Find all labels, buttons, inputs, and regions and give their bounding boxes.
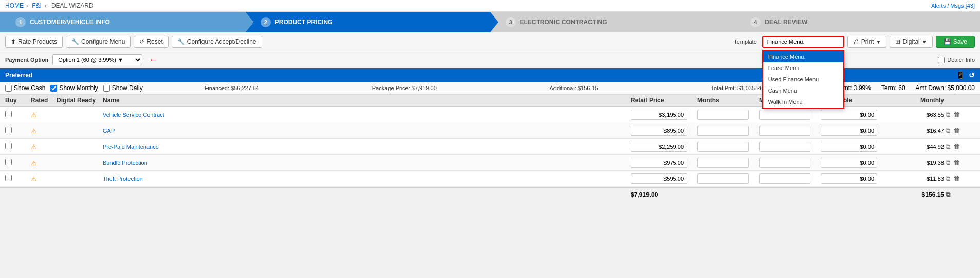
grid-icon: ⊞ [895, 38, 900, 45]
delete-icon-1[interactable]: 🗑 [953, 127, 960, 134]
dealer-info-checkbox[interactable] [938, 57, 945, 63]
refresh-icon: ↺ [139, 38, 144, 45]
show-daily-label[interactable]: Show Daily [103, 84, 143, 92]
additional-value: Additional: $156.15 [549, 85, 598, 91]
delete-icon-4[interactable]: 🗑 [953, 175, 960, 182]
mobile-icon[interactable]: 📱 [956, 71, 965, 79]
dropdown-item-finance-menu[interactable]: Finance Menu. [763, 51, 843, 62]
step-num-4: 4 [750, 17, 761, 27]
breadcrumb: HOME › F&I › DEAL WIZARD [5, 2, 95, 9]
breadcrumb-fi[interactable]: F&I [32, 2, 42, 9]
dropdown-item-walk-in-menu[interactable]: Walk In Menu [763, 96, 843, 108]
warn-icon: ⚠ [31, 159, 37, 167]
deductible-input-4[interactable] [821, 173, 877, 184]
totals-copy-icon[interactable]: ⧉ [946, 190, 950, 198]
months-input-2[interactable] [697, 142, 749, 152]
dropdown-item-lease-menu[interactable]: Lease Menu [763, 62, 843, 74]
template-label: Template [734, 39, 757, 45]
upload-icon: ⬆ [11, 38, 16, 45]
col-header-months: Months [697, 97, 759, 104]
digital-button[interactable]: ⊞ Digital ▼ [890, 36, 932, 48]
breadcrumb-home[interactable]: HOME [5, 2, 24, 9]
wizard-step-2[interactable]: 2 PRODUCT PRICING [245, 12, 490, 32]
alerts-link[interactable]: Alerts / Msgs [43] [931, 3, 975, 9]
delete-icon-2[interactable]: 🗑 [953, 143, 960, 150]
product-table: ⚠ Vehicle Service Contract $63.55 ⧉ 🗑 ⚠ [0, 107, 980, 187]
show-cash-label[interactable]: Show Cash [5, 84, 45, 92]
show-daily-text: Show Daily [112, 84, 143, 92]
show-daily-checkbox[interactable] [103, 85, 110, 92]
rate-products-button[interactable]: ⬆ Rate Products [5, 36, 63, 48]
wizard-step-4[interactable]: 4 DEAL REVIEW [735, 12, 980, 32]
mileage-input-4[interactable] [759, 173, 810, 184]
buy-checkbox-1[interactable] [5, 127, 12, 133]
wizard-step-3[interactable]: 3 ELECTRONIC CONTRACTING [490, 12, 735, 32]
breadcrumb-current: DEAL WIZARD [51, 2, 94, 9]
show-cash-checkbox[interactable] [5, 85, 12, 92]
wizard-steps: 1 CUSTOMER/VEHICLE INFO 2 PRODUCT PRICIN… [0, 12, 980, 32]
retail-price-input-0[interactable] [631, 110, 687, 120]
mileage-input-3[interactable] [759, 158, 810, 168]
step-label-4: DEAL REVIEW [765, 19, 807, 26]
monthly-value-3: $19.38 [893, 160, 944, 166]
reset-button[interactable]: ↺ Reset [134, 36, 168, 48]
product-name-link-1[interactable]: GAP [103, 128, 115, 134]
mileage-input-2[interactable] [759, 142, 810, 152]
delete-icon-3[interactable]: 🗑 [953, 159, 960, 166]
table-row: ⚠ Vehicle Service Contract $63.55 ⧉ 🗑 [0, 107, 980, 123]
configure-menu-button[interactable]: 🔧 Configure Menu [66, 36, 131, 48]
step-num-2: 2 [261, 17, 271, 27]
buy-checkbox-0[interactable] [5, 111, 12, 117]
months-input-0[interactable] [697, 110, 749, 120]
product-name-link-3[interactable]: Bundle Protection [103, 160, 147, 166]
months-input-4[interactable] [697, 173, 749, 184]
mileage-input-0[interactable] [759, 110, 810, 120]
copy-icon-0[interactable]: ⧉ [946, 111, 950, 118]
dropdown-item-cash-menu[interactable]: Cash Menu [763, 85, 843, 96]
show-monthly-label[interactable]: Show Monthly [50, 84, 98, 92]
printer-icon: 🖨 [853, 38, 859, 45]
template-select[interactable]: Finance Menu. [762, 36, 844, 48]
deductible-input-1[interactable] [821, 126, 877, 136]
col-header-name: Name [103, 97, 631, 104]
step-num-3: 3 [506, 17, 516, 27]
sync-icon[interactable]: ↺ [969, 71, 975, 79]
product-name-link-2[interactable]: Pre-Paid Maintenance [103, 144, 159, 150]
copy-icon-4[interactable]: ⧉ [946, 175, 950, 182]
configure-accept-button[interactable]: 🔧 Configure Accept/Decline [172, 36, 262, 48]
preferred-title: Preferred [5, 72, 32, 79]
copy-icon-3[interactable]: ⧉ [946, 159, 950, 166]
product-name-link-0[interactable]: Vehicle Service Contract [103, 112, 164, 118]
template-dropdown-container: Finance Menu. Finance Menu. Lease Menu U… [762, 36, 844, 48]
dropdown-item-used-finance-menu[interactable]: Used Finance Menu [763, 74, 843, 85]
show-monthly-checkbox[interactable] [50, 85, 57, 92]
months-input-3[interactable] [697, 158, 749, 168]
wizard-step-1[interactable]: 1 CUSTOMER/VEHICLE INFO [0, 12, 245, 32]
retail-price-input-3[interactable] [631, 158, 687, 168]
amt-down-value: Amt Down: $5,000.00 [916, 84, 975, 92]
buy-checkbox-3[interactable] [5, 159, 12, 165]
deductible-input-3[interactable] [821, 158, 877, 168]
retail-price-input-2[interactable] [631, 142, 687, 152]
save-button[interactable]: 💾 Save [936, 36, 975, 48]
payment-option-select[interactable]: Option 1 (60 @ 3.99%) ▼ [52, 54, 142, 65]
months-input-1[interactable] [697, 126, 749, 136]
product-name-link-4[interactable]: Theft Protection [103, 176, 143, 182]
retail-price-input-1[interactable] [631, 126, 687, 136]
copy-icon-1[interactable]: ⧉ [946, 127, 950, 134]
print-button[interactable]: 🖨 Print ▼ [847, 36, 887, 48]
copy-icon-2[interactable]: ⧉ [946, 143, 950, 150]
digital-caret-icon: ▼ [922, 39, 927, 45]
monthly-value-1: $16.47 [893, 128, 944, 134]
financed-value: Financed: $56,227.84 [205, 85, 259, 91]
buy-checkbox-4[interactable] [5, 175, 12, 181]
mileage-input-1[interactable] [759, 126, 810, 136]
retail-price-input-4[interactable] [631, 173, 687, 184]
totals-retail: $7,919.00 [631, 191, 697, 198]
deductible-input-2[interactable] [821, 142, 877, 152]
delete-icon-0[interactable]: 🗑 [953, 111, 960, 118]
col-header-retail: Retail Price [631, 97, 697, 104]
dealer-info-label: Dealer Info [947, 57, 975, 63]
buy-checkbox-2[interactable] [5, 143, 12, 149]
deductible-input-0[interactable] [821, 110, 877, 120]
